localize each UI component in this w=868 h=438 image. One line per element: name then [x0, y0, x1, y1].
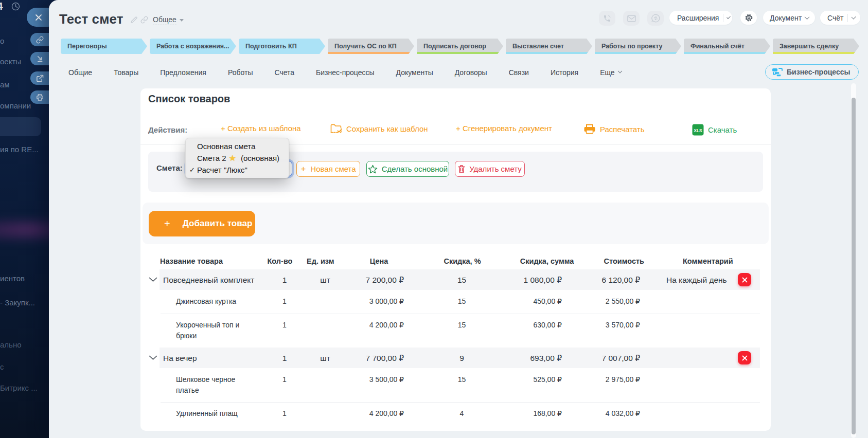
product-name: Джинсовая куртка — [176, 296, 236, 307]
action-xls[interactable]: XLSСкачать — [692, 124, 737, 136]
estimate-menu-item[interactable]: ✓Расчет "Люкс" — [186, 164, 289, 176]
delete-row-button[interactable] — [738, 273, 751, 286]
sidebar-item-fragment[interactable]: - Закупк... — [0, 298, 35, 307]
category-label[interactable]: Общее — [153, 15, 176, 25]
unit-cell — [307, 368, 344, 402]
add-product-button[interactable]: + Добавить товар — [149, 211, 255, 236]
sidebar-item-fragment[interactable]: Битрикс ... — [0, 384, 38, 392]
stage-accent — [328, 52, 414, 54]
sidebar-active-item-highlight[interactable] — [0, 117, 41, 136]
action-label: Распечатать — [600, 125, 645, 134]
estimate-menu-label: Основная смета — [197, 142, 255, 151]
pill-divider — [847, 14, 848, 22]
chevron-down-icon[interactable] — [149, 355, 157, 360]
sidebar-item-fragment[interactable]: омпании — [0, 101, 31, 110]
sidebar-item-fragment[interactable]: ам — [0, 80, 10, 89]
document-label: Документ — [770, 14, 802, 22]
sidebar-item-fragment[interactable]: о — [0, 36, 4, 45]
tab-счета[interactable]: Счета — [274, 68, 294, 77]
sidebar-item-fragment[interactable]: ия по RE... — [0, 145, 39, 154]
scrollbar-thumb[interactable] — [852, 98, 856, 434]
action-label: + Создать из шаблона — [221, 124, 301, 133]
tab-товары[interactable]: Товары — [114, 68, 138, 77]
table-body: Повседневный комплект1шт7 200,00 ₽151 08… — [148, 269, 760, 426]
tab-предложения[interactable]: Предложения — [160, 68, 206, 77]
pipeline-stage[interactable]: Подготовить КП — [239, 39, 325, 54]
pipeline-stage[interactable]: Работы по проекту — [595, 39, 681, 54]
stage-label: Работы по проекту — [601, 43, 663, 50]
category-selector[interactable]: Общее — [153, 15, 184, 24]
product-name: Повседневный комплект — [163, 275, 254, 285]
discount-sum-cell: 168,00 ₽ — [508, 402, 575, 426]
svg-text:XLS: XLS — [694, 129, 702, 133]
tab-договоры[interactable]: Договоры — [455, 68, 487, 77]
sidebar-item-fragment[interactable]: с — [0, 362, 4, 371]
sidebar-item-fragment[interactable]: оекты — [0, 57, 21, 66]
pipeline-stage[interactable]: Подписать договор — [417, 39, 503, 54]
action-printer[interactable]: Распечатать — [583, 124, 645, 134]
scrollbar-track[interactable] — [851, 83, 856, 438]
estimate-menu-item[interactable]: Смета 2★(основная) — [186, 152, 289, 164]
pipeline-stage[interactable]: Переговоры — [61, 39, 147, 54]
unit-cell: шт — [307, 269, 344, 290]
stage-label: Подготовить КП — [245, 43, 297, 50]
table-row: Укороченный топ и брюки14 200,00 ₽15630,… — [148, 314, 760, 348]
action-folder-check[interactable]: Сохранить как шаблон — [330, 124, 428, 134]
new-estimate-label: Новая смета — [310, 165, 356, 173]
action-link[interactable]: + Создать из шаблона — [221, 124, 301, 133]
app-root: 4 ооектыамомпанииия по RE...иентов- Заку… — [0, 0, 868, 438]
plus-icon: + — [300, 164, 306, 174]
tab-more[interactable]: Еще — [600, 68, 622, 77]
delete-row-button[interactable] — [738, 351, 751, 364]
tab-связи[interactable]: Связи — [509, 68, 529, 77]
pipeline-stage[interactable]: Финальный счёт — [684, 39, 770, 54]
page-title: Тест смет — [59, 11, 123, 27]
tab-общие[interactable]: Общие — [68, 68, 92, 77]
product-name-cell: Шелковое черное платье — [162, 368, 262, 402]
quantity-cell: 1 — [262, 314, 307, 348]
tab-бизнес-процессы[interactable]: Бизнес-процессы — [316, 68, 374, 77]
quantity-cell: 1 — [262, 269, 307, 290]
xls-icon: XLS — [692, 124, 704, 136]
sidebar-item-fragment[interactable]: ально — [0, 340, 22, 349]
action-label: + Сгенерировать документ — [456, 124, 552, 133]
table-row: Шелковое черное платье13 500,00 ₽15525,0… — [148, 368, 760, 402]
mail-button[interactable] — [623, 11, 640, 26]
title-link-icon[interactable] — [140, 16, 148, 24]
invoice-button[interactable]: Счёт — [820, 11, 860, 25]
folder-check-icon — [330, 124, 342, 134]
edit-title-icon[interactable] — [130, 16, 138, 24]
add-product-label: Добавить товар — [183, 218, 253, 229]
pipeline-stage[interactable]: Выставлен счет — [506, 39, 592, 54]
total-cell: 6 120,00 ₽ — [575, 269, 647, 290]
clock-icon — [11, 2, 20, 11]
column-header: Стоимость — [575, 257, 647, 269]
pipeline-stage[interactable]: Получить ОС по КП — [328, 39, 414, 54]
chevron-down-icon — [805, 14, 810, 20]
estimate-menu-item[interactable]: Основная смета — [186, 140, 289, 152]
document-button[interactable]: Документ — [763, 11, 815, 25]
sidebar-item-fragment[interactable]: иентов — [0, 274, 25, 283]
chevron-down-icon[interactable] — [149, 277, 157, 282]
stage-accent — [773, 52, 859, 54]
row-chevron-cell[interactable] — [148, 348, 162, 368]
pipeline-stage[interactable]: Завершить сделку — [773, 39, 859, 54]
chat-button[interactable] — [647, 11, 664, 26]
make-primary-button[interactable]: Сделать основной — [366, 161, 449, 177]
action-link[interactable]: + Сгенерировать документ — [456, 124, 552, 133]
tab-роботы[interactable]: Роботы — [228, 68, 253, 77]
pipeline-stage[interactable]: Работа с возражения... — [150, 39, 236, 54]
extensions-button[interactable]: Расширения — [669, 11, 732, 25]
row-chevron-cell[interactable] — [148, 269, 162, 290]
settings-gear-button[interactable] — [740, 11, 757, 25]
tab-документы[interactable]: Документы — [396, 68, 433, 77]
tab-история[interactable]: История — [551, 68, 578, 77]
estimate-dropdown-menu: Основная сметаСмета 2★(основная)✓Расчет … — [185, 138, 289, 178]
extensions-label: Расширения — [677, 14, 719, 22]
new-estimate-button[interactable]: + Новая смета — [296, 161, 360, 177]
business-process-button[interactable]: Бизнес-процессы — [765, 64, 859, 80]
phone-button[interactable] — [599, 11, 615, 26]
delete-estimate-button[interactable]: Удалить смету — [455, 161, 525, 177]
total-cell: 4 032,00 ₽ — [575, 402, 647, 426]
total-cell: 2 550,00 ₽ — [575, 290, 647, 314]
